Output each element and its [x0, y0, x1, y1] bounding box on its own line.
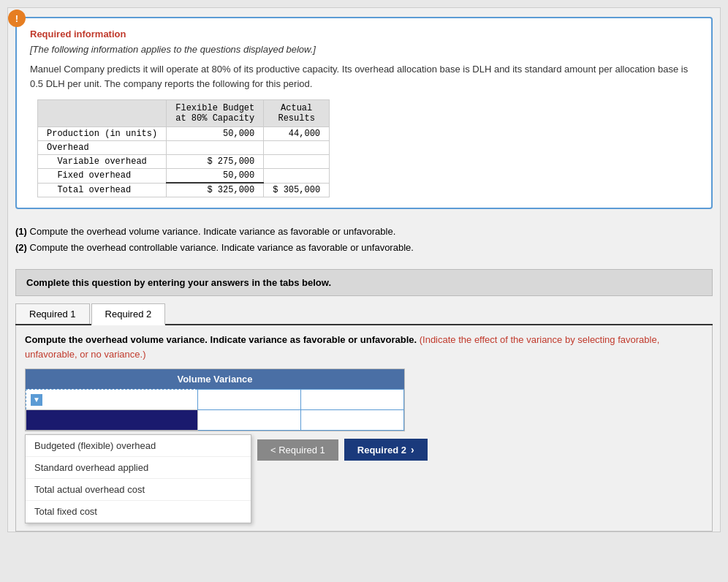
row-label: Variable overhead	[38, 155, 167, 169]
tab-required-1[interactable]: Required 1	[15, 303, 90, 324]
volume-variance-header: Volume Variance	[26, 369, 404, 389]
row-actual	[264, 141, 330, 155]
back-button[interactable]: < Required 1	[257, 439, 338, 461]
row-flexible: $ 325,000	[167, 183, 264, 197]
row-flexible: 50,000	[167, 127, 264, 141]
tab-description-bold: Compute the overhead volume variance. In…	[25, 334, 417, 345]
data-table: Flexible Budgetat 80% Capacity ActualRes…	[37, 99, 330, 197]
required-info-title: Required information	[30, 29, 698, 39]
row-actual: 44,000	[264, 127, 330, 141]
volume-variance-section: Volume Variance ▼	[25, 369, 405, 431]
info-box: ! Required information [The following in…	[15, 17, 713, 209]
col-header-label	[38, 100, 167, 127]
input-cell-3[interactable]	[198, 410, 301, 431]
dropdown-cell-1[interactable]: ▼	[26, 390, 198, 410]
dropdown-item-budgeted[interactable]: Budgeted (flexible) overhead	[26, 435, 251, 457]
row-label: Fixed overhead	[38, 169, 167, 184]
dropdown-item-total-fixed[interactable]: Total fixed cost	[26, 501, 251, 523]
dark-row-label	[26, 410, 198, 431]
variance-row-2	[26, 410, 404, 431]
input-cell-4[interactable]	[301, 410, 404, 431]
italic-text: [The following information applies to th…	[30, 44, 698, 55]
input-cell-2[interactable]	[301, 390, 404, 410]
table-row: Overhead	[38, 141, 330, 155]
tab-description: Compute the overhead volume variance. In…	[25, 333, 703, 361]
tabs-row: Required 1 Required 2	[15, 303, 713, 325]
dropdown-list-area: Budgeted (flexible) overhead Standard ov…	[25, 433, 251, 524]
col-header-flexible: Flexible Budgetat 80% Capacity	[167, 100, 264, 127]
question-1: (1) Compute the overhead volume variance…	[15, 224, 713, 240]
dropdown-item-total-actual[interactable]: Total actual overhead cost	[26, 479, 251, 501]
complete-question-box: Complete this question by entering your …	[15, 269, 713, 296]
question-1-text: Compute the overhead volume variance. In…	[30, 226, 396, 237]
table-row: Total overhead $ 325,000 $ 305,000	[38, 183, 330, 197]
table-row: Production (in units) 50,000 44,000	[38, 127, 330, 141]
row-actual	[264, 155, 330, 169]
questions-section: (1) Compute the overhead volume variance…	[8, 218, 720, 262]
forward-button-label: Required 2	[357, 445, 406, 456]
col-header-actual: ActualResults	[264, 100, 330, 127]
table-row: Fixed overhead 50,000	[38, 169, 330, 184]
forward-button[interactable]: Required 2 ›	[344, 439, 428, 461]
nav-buttons: < Required 1 Required 2 ›	[257, 439, 703, 461]
row-flexible: 50,000	[167, 169, 264, 184]
variance-row-1: ▼	[26, 390, 404, 410]
row-label: Production (in units)	[38, 127, 167, 141]
row-flexible: $ 275,000	[167, 155, 264, 169]
tab-content: Compute the overhead volume variance. In…	[15, 325, 713, 532]
dropdown-list: Budgeted (flexible) overhead Standard ov…	[25, 434, 251, 524]
dropdown-arrow-icon: ▼	[31, 394, 42, 406]
back-button-label: < Required 1	[270, 445, 325, 456]
nav-buttons-area: < Required 1 Required 2 ›	[251, 433, 703, 524]
tab-required-2[interactable]: Required 2	[91, 303, 166, 325]
page-container: ! Required information [The following in…	[7, 7, 721, 532]
row-label: Total overhead	[38, 183, 167, 197]
input-cell-1[interactable]	[198, 390, 301, 410]
question-2-num: (2)	[15, 242, 27, 253]
table-row: Variable overhead $ 275,000	[38, 155, 330, 169]
info-icon: !	[8, 10, 26, 27]
bottom-area: Budgeted (flexible) overhead Standard ov…	[25, 433, 703, 524]
chevron-right-icon: ›	[411, 444, 414, 456]
row-label: Overhead	[38, 141, 167, 155]
question-2: (2) Compute the overhead controllable va…	[15, 240, 713, 256]
question-2-text: Compute the overhead controllable varian…	[30, 242, 414, 253]
row-actual	[264, 169, 330, 184]
complete-question-text: Complete this question by entering your …	[26, 277, 331, 288]
variance-table: ▼	[26, 389, 404, 431]
tabs-container: Required 1 Required 2 Compute the overhe…	[15, 303, 713, 532]
dropdown-item-standard[interactable]: Standard overhead applied	[26, 457, 251, 479]
info-paragraph: Manuel Company predicts it will operate …	[30, 62, 698, 91]
row-actual: $ 305,000	[264, 183, 330, 197]
question-1-num: (1)	[15, 226, 27, 237]
row-flexible	[167, 141, 264, 155]
